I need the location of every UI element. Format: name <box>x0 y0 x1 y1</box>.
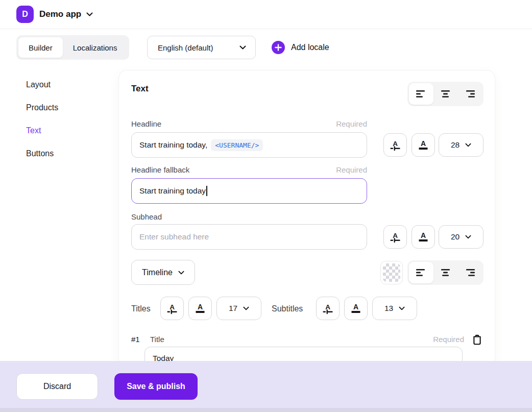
panel-title: Text <box>131 84 149 94</box>
locale-select[interactable]: English (default) <box>147 36 256 59</box>
tab-localizations[interactable]: Localizations <box>63 37 128 58</box>
subtitles-font-style-button[interactable]: A <box>316 297 340 320</box>
svg-text:A: A <box>325 303 330 311</box>
timeline-item-label: Title <box>150 335 433 344</box>
subhead-label: Subhead <box>131 212 162 222</box>
svg-text:A: A <box>198 303 203 311</box>
headline-fallback-label: Headline fallback <box>131 165 189 175</box>
discard-button[interactable]: Discard <box>16 373 98 400</box>
subhead-label-row: Subhead <box>131 212 367 222</box>
action-footer: Discard Save & publish <box>0 361 532 412</box>
chevron-down-icon <box>178 271 184 275</box>
headline-fallback-input[interactable]: Start training today <box>131 178 367 204</box>
trash-icon[interactable] <box>470 332 483 347</box>
sidebar-item-text[interactable]: Text <box>26 125 58 136</box>
sidebar-item-buttons[interactable]: Buttons <box>26 148 58 159</box>
align-left-icon[interactable] <box>409 262 433 283</box>
headline-fallback-label-row: Headline fallback Required <box>131 165 367 175</box>
headline-fallback-value: Start training today <box>139 186 206 196</box>
titles-font-size-select[interactable]: 17 <box>216 297 261 320</box>
headline-input[interactable]: Start training today, <USERNAME/> <box>131 132 367 158</box>
titles-label: Titles <box>131 304 151 314</box>
align-center-icon[interactable] <box>433 262 458 283</box>
subtitles-font-size-select[interactable]: 13 <box>372 297 417 320</box>
plus-icon <box>272 41 285 54</box>
timeline-section-select[interactable]: Timeline <box>131 260 195 285</box>
align-left-icon[interactable] <box>409 83 433 105</box>
headline-fallback-required-badge: Required <box>336 165 367 175</box>
timeline-item-header: #1 Title Required <box>131 335 464 344</box>
transparency-checker-icon <box>383 263 400 282</box>
svg-text:A: A <box>421 231 426 239</box>
timeline-color-swatch[interactable] <box>380 261 403 284</box>
titles-font-color-button[interactable]: A <box>188 297 212 320</box>
top-bar: D Demo app <box>0 0 532 29</box>
timeline-section-value: Timeline <box>142 268 173 277</box>
timeline-item-required-badge: Required <box>433 335 464 344</box>
headline-label-row: Headline Required <box>131 119 367 129</box>
align-right-icon[interactable] <box>457 83 482 105</box>
subhead-font-size-value: 20 <box>451 232 460 241</box>
add-locale-label: Add locale <box>291 43 329 52</box>
titles-font-style-button[interactable]: A <box>160 297 184 320</box>
subhead-font-style-button[interactable]: A <box>383 225 407 249</box>
chevron-down-icon <box>239 45 246 50</box>
sidebar-item-products[interactable]: Products <box>26 102 58 113</box>
align-center-icon[interactable] <box>433 83 458 105</box>
align-right-icon[interactable] <box>457 262 482 283</box>
locale-select-value: English (default) <box>158 43 213 52</box>
headline-label: Headline <box>131 119 161 129</box>
svg-text:A: A <box>170 303 175 311</box>
sidebar-item-layout[interactable]: Layout <box>26 79 58 90</box>
app-name[interactable]: Demo app <box>39 9 81 19</box>
chevron-down-icon <box>243 306 249 310</box>
chevron-down-icon <box>399 306 405 310</box>
headline-value: Start training today, <box>139 140 207 150</box>
headline-required-badge: Required <box>336 119 367 129</box>
timeline-alignment-control <box>407 260 483 285</box>
subtitles-label: Subtitles <box>272 304 303 314</box>
subhead-font-color-button[interactable]: A <box>412 225 435 249</box>
svg-text:A: A <box>393 232 398 239</box>
tab-builder[interactable]: Builder <box>18 37 63 58</box>
save-publish-button[interactable]: Save & publish <box>114 373 198 400</box>
headline-font-style-button[interactable]: A <box>383 133 407 157</box>
bottom-edge-strip <box>0 408 532 412</box>
headline-font-size-select[interactable]: 28 <box>439 133 483 157</box>
headline-font-size-value: 28 <box>451 140 460 150</box>
chevron-down-icon <box>465 235 471 239</box>
add-locale-button[interactable]: Add locale <box>272 36 329 59</box>
subhead-font-size-select[interactable]: 20 <box>439 225 483 249</box>
subhead-input[interactable] <box>131 224 367 250</box>
svg-text:A: A <box>421 139 426 148</box>
svg-text:A: A <box>353 303 358 311</box>
subtitles-font-color-button[interactable]: A <box>344 297 368 320</box>
chevron-down-icon[interactable] <box>86 12 93 16</box>
username-token[interactable]: <USERNAME/> <box>211 139 263 151</box>
view-tabs: Builder Localizations <box>16 35 129 60</box>
chevron-down-icon <box>465 143 471 147</box>
text-caret <box>206 186 207 196</box>
svg-text:A: A <box>393 140 398 148</box>
headline-font-color-button[interactable]: A <box>412 133 435 157</box>
titles-font-size-value: 17 <box>229 304 237 313</box>
app-avatar[interactable]: D <box>16 6 34 23</box>
section-sidebar: Layout Products Text Buttons <box>26 79 58 159</box>
subtitles-font-size-value: 13 <box>384 304 393 313</box>
headline-alignment-control <box>407 82 483 106</box>
timeline-item-index: #1 <box>131 335 150 344</box>
